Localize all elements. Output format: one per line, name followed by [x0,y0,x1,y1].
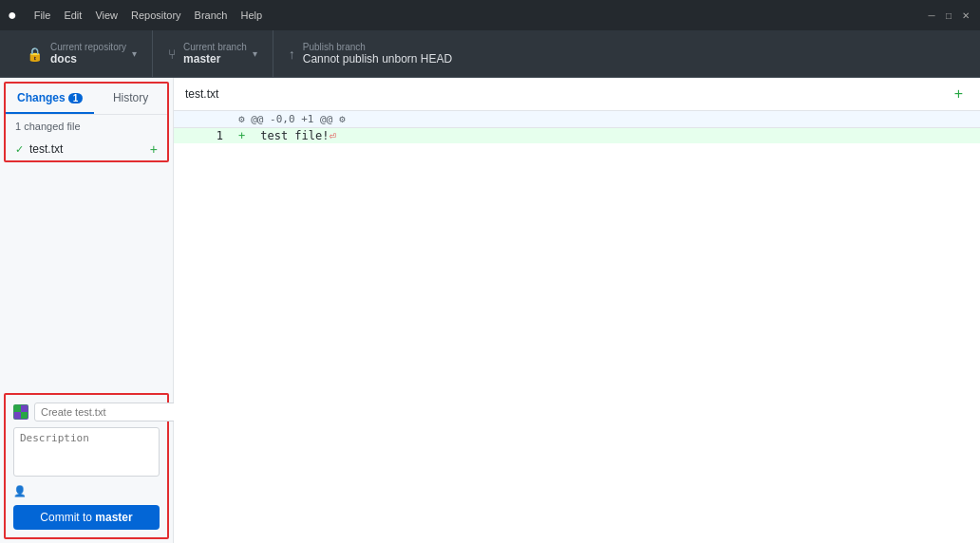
repo-name: docs [50,52,126,66]
branch-icon: ⑂ [168,47,176,62]
commit-form: 👤 Commit to master [6,395,167,537]
hunk-end-icon: ⚙ [339,113,346,125]
publish-section[interactable]: ↑ Publish branch Cannot publish unborn H… [273,30,467,77]
publish-label: Publish branch [303,42,452,52]
svg-rect-0 [14,405,21,412]
branch-arrow-icon: ▾ [253,48,257,59]
diff-file-header: test.txt + [174,78,980,111]
current-repo-section[interactable]: 🔒 Current repository docs ▾ [11,30,153,77]
file-name: test.txt [29,142,63,156]
repo-icon: 🔒 [27,47,43,62]
hunk-range-icon: ⚙ [238,113,245,125]
commit-user-icon: 👤 [13,485,27,497]
menu-repository[interactable]: Repository [125,8,187,23]
commit-highlight-box: 👤 Commit to master [4,393,169,539]
svg-rect-2 [14,412,21,419]
repo-label: Current repository [50,42,126,52]
diff-line-content: test file!⏎ [253,128,980,144]
tab-changes[interactable]: Changes1 [6,84,94,114]
sidebar: Changes1 History 1 changed file ✓ test.t… [0,78,174,543]
main-layout: Changes1 History 1 changed file ✓ test.t… [0,78,980,543]
diff-add-icon[interactable]: + [949,84,969,104]
publish-info: Publish branch Cannot publish unborn HEA… [303,42,452,66]
tab-history[interactable]: History [94,84,167,114]
diff-added-row: 1 + test file!⏎ [174,128,980,144]
branch-name: master [183,52,247,66]
menu-edit[interactable]: Edit [58,8,87,23]
titlebar-left: ● File Edit View Repository Branch Help [8,7,268,24]
file-add-icon[interactable]: + [150,141,158,157]
changes-badge: 1 [68,93,84,103]
diff-old-line-num [174,128,202,144]
diff-sign: + [231,128,253,144]
minimize-button[interactable]: ─ [925,9,938,22]
content-area: test.txt + ⚙ @@ -0,0 +1 @@ ⚙ 1 + test fi… [174,78,980,543]
changes-highlight-box: Changes1 History 1 changed file ✓ test.t… [4,82,169,162]
branch-label: Current branch [183,42,247,52]
commit-button[interactable]: Commit to master [13,505,160,530]
menu-view[interactable]: View [89,8,123,23]
repo-info: Current repository docs [50,42,126,66]
titlebar: ● File Edit View Repository Branch Help … [0,0,980,30]
publish-icon: ↑ [289,47,295,62]
repo-arrow-icon: ▾ [132,48,137,59]
publish-sub: Cannot publish unborn HEAD [303,52,452,66]
file-checkbox-icon: ✓ [15,143,24,156]
changed-files-label: 1 changed file [15,121,81,132]
titlebar-menu: File Edit View Repository Branch Help [28,8,268,23]
menu-file[interactable]: File [28,8,57,23]
commit-title-input[interactable] [34,403,179,421]
commit-avatar [13,404,28,420]
current-branch-section[interactable]: ⑂ Current branch master ▾ [153,30,273,77]
diff-table: ⚙ @@ -0,0 +1 @@ ⚙ 1 + test file!⏎ [174,111,980,143]
diff-hunk-header: ⚙ @@ -0,0 +1 @@ ⚙ [231,111,980,128]
diff-eol-marker: ⏎ [329,129,335,142]
maximize-button[interactable]: □ [942,9,955,22]
close-button[interactable]: ✕ [959,9,972,22]
commit-title-row [13,403,160,421]
branch-info: Current branch master [183,42,247,66]
diff-new-line-num: 1 [202,128,231,144]
menu-help[interactable]: Help [235,8,268,23]
sidebar-tabs: Changes1 History [6,84,167,115]
file-item-test-txt[interactable]: ✓ test.txt + [6,138,167,160]
commit-user-row: 👤 [13,483,160,499]
github-icon: ● [8,7,17,24]
changed-files-header: 1 changed file [6,115,167,138]
menu-branch[interactable]: Branch [189,8,234,23]
commit-description-input[interactable] [13,427,160,477]
header-bar: 🔒 Current repository docs ▾ ⑂ Current br… [0,30,980,78]
titlebar-controls: ─ □ ✕ [925,9,972,22]
diff-filename: test.txt [185,87,218,101]
svg-rect-1 [21,405,28,412]
diff-hunk-header-row: ⚙ @@ -0,0 +1 @@ ⚙ [174,111,980,128]
svg-rect-3 [21,412,28,419]
